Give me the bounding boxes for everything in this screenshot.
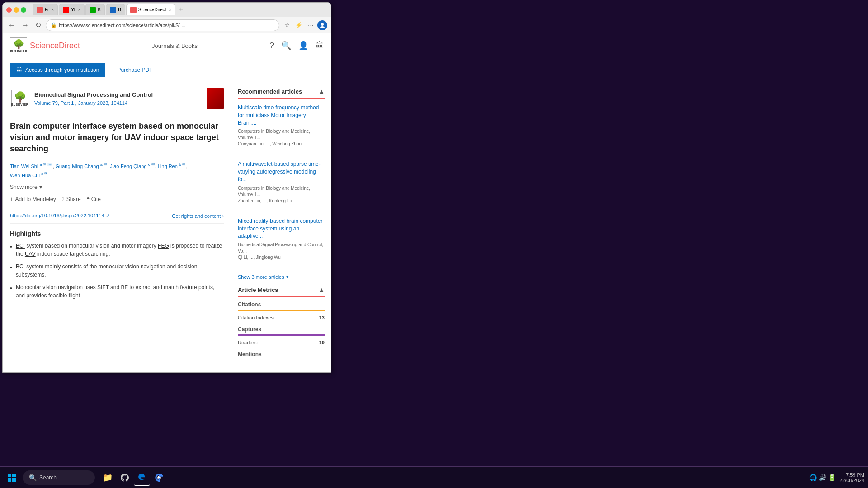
highlight-item-3: • Monocular vision navigation uses SIFT … [10,283,224,300]
svg-rect-5 [12,478,16,482]
captures-group-title: Captures [238,326,325,336]
journal-info: Biomedical Signal Processing and Control… [34,91,202,106]
taskbar-time: 7:59 PM [846,472,864,478]
add-to-mendeley-button[interactable]: + Add to Mendeley [10,196,56,202]
minimize-button[interactable] [14,7,19,13]
share-button[interactable]: ⤴ Share [61,196,81,202]
taskbar-github[interactable] [117,469,133,486]
bci-link-2[interactable]: BCI [16,263,25,270]
authors-list: Tian-Wei Shi a ✉ 📧, Guang-Ming Chang a ✉… [10,161,224,180]
share-icon: ⤴ [61,196,65,202]
network-icon[interactable]: 🌐 [809,474,817,481]
svg-point-1 [320,26,325,28]
uav-link-1[interactable]: UAV [25,251,36,257]
rec-article-journal-3: Biomedical Signal Processing and Control… [238,242,325,254]
highlight-text-3: Monocular vision navigation uses SIFT an… [16,283,224,300]
show-more-articles-label: Show 3 more articles [238,274,284,280]
volume-icon[interactable]: 🔊 [819,474,826,481]
rec-article-journal-2: Computers in Biology and Medicine, Volum… [238,185,325,198]
sd-header: 🌳 ELSEVIER ScienceDirect Journals & Book… [3,33,331,58]
cart-icon[interactable]: 🏛 [316,41,324,51]
taskbar-search-text: Search [39,474,57,481]
highlight-text-2: BCI system mainly consists of the monocu… [16,263,224,279]
taskbar-edge[interactable] [134,469,150,486]
institution-icon: 🏛 [16,66,23,74]
access-institution-button[interactable]: 🏛 Access through your institution [10,63,105,77]
forward-button[interactable]: → [20,20,31,30]
rec-article-journal-1: Computers in Biology and Medicine, Volum… [238,128,325,141]
start-button[interactable] [4,469,20,486]
tab-close-active[interactable]: × [169,7,172,12]
tab-close-2[interactable]: × [78,7,81,12]
refresh-button[interactable]: ↻ [33,20,43,30]
citation-indexes-row: Citation Indexes: 13 [238,314,325,322]
feeg-link[interactable]: FEG [158,243,169,249]
bci-link-1[interactable]: BCI [16,243,25,249]
bullet-1: • [10,242,12,252]
show-more-articles-button[interactable]: Show 3 more articles ▾ [238,274,289,280]
taskbar-file-explorer[interactable]: 📁 [99,469,116,486]
metrics-section: Article Metrics ▲ Citations Citation Ind… [238,286,325,359]
account-icon[interactable]: 👤 [298,41,308,51]
tab-2[interactable]: Yt × [59,4,85,15]
rec-article-title-1[interactable]: Multiscale time-frequency method for mul… [238,104,325,127]
profile-icon[interactable] [317,20,327,30]
author-3[interactable]: Jiao-Feng Qiang [110,163,146,169]
help-icon[interactable]: ? [269,41,274,51]
arrow-right-icon: › [222,213,224,219]
author-2-sup: a ✉ [100,162,108,167]
rights-link[interactable]: Get rights and content › [172,213,224,219]
nav-bar: ← → ↻ 🔒 https://www.sciencedirect.com/sc… [3,17,331,33]
rec-article-title-2[interactable]: A multiwavelet-based sparse time-varying… [238,160,325,183]
desktop-area [335,0,868,466]
tab-favicon-2 [63,7,69,13]
search-icon[interactable]: 🔍 [281,41,291,51]
chevron-down-articles-icon: ▾ [286,274,289,280]
author-4[interactable]: Ling Ren [158,163,178,169]
new-tab-button[interactable]: + [176,5,185,14]
more-icon[interactable]: ⋯ [306,20,316,30]
sd-logo[interactable]: 🌳 ELSEVIER ScienceDirect [10,37,80,54]
author-5[interactable]: Wen-Hua Cui [10,172,40,178]
elsevier-text: ELSEVIER [10,50,28,53]
taskbar-time-display[interactable]: 7:59 PM 22/08/2024 [840,472,864,483]
collapse-recommended-icon[interactable]: ▲ [318,88,325,95]
author-1[interactable]: Tian-Wei Shi [10,163,38,169]
tab-1[interactable]: Fi × [33,4,58,15]
back-button[interactable]: ← [6,20,17,30]
external-link-icon: ↗ [106,213,110,218]
maximize-button[interactable] [21,7,26,13]
bullet-3: • [10,284,12,293]
rec-article-1: Multiscale time-frequency method for mul… [238,104,325,154]
close-button[interactable] [6,7,12,13]
address-bar[interactable]: 🔒 https://www.sciencedirect.com/science/… [46,19,279,31]
recommended-title: Recommended articles [238,88,302,95]
tab-active[interactable]: ScienceDirect × [126,4,176,15]
journals-books-link[interactable]: Journals & Books [152,42,198,49]
taskbar-search-bar[interactable]: 🔍 Search [23,470,95,485]
bookmark-icon[interactable]: ☆ [282,20,292,30]
collapse-metrics-icon[interactable]: ▲ [318,286,325,293]
cite-button[interactable]: ❝ Cite [86,196,101,202]
author-4-sup: b ✉ [179,162,186,167]
extensions-icon[interactable]: ⚡ [294,20,304,30]
rec-article-authors-3: Qi Li, ..., Jinglong Wu [238,254,325,261]
tab-4[interactable]: B [106,4,125,15]
tab-close-1[interactable]: × [51,7,54,12]
taskbar-chrome[interactable] [151,469,167,486]
citations-group-title: Citations [238,301,325,311]
author-2[interactable]: Guang-Ming Chang [56,163,99,169]
volume-link[interactable]: Volume 79, Part 1 [34,100,74,106]
taskbar-search-icon: 🔍 [29,474,37,481]
tab-3[interactable]: K [85,4,105,15]
cite-icon: ❝ [86,196,90,202]
taskbar-right: 🌐 🔊 🔋 7:59 PM 22/08/2024 [809,472,864,483]
captures-label: Captures [238,326,261,333]
elsevier-logo-box: 🌳 ELSEVIER [10,37,27,54]
purchase-pdf-button[interactable]: Purchase PDF [111,63,159,77]
show-more-button[interactable]: Show more ▾ [10,184,42,190]
recommended-section: Recommended articles ▲ Multiscale time-f… [238,88,325,280]
author-5-sup: a ✉ [41,171,48,176]
doi-link[interactable]: https://doi.org/10.1016/j.bspc.2022.1041… [10,213,110,219]
rec-article-title-3[interactable]: Mixed reality-based brain computer inter… [238,217,325,240]
